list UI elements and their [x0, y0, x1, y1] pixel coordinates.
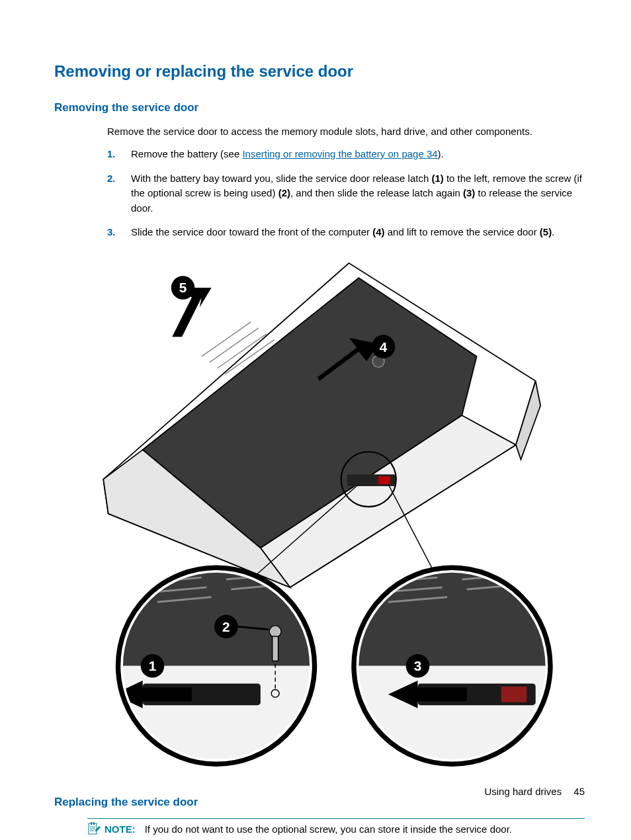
- svg-text:4: 4: [380, 339, 388, 354]
- note-text: If you do not want to use the optional s…: [145, 823, 512, 835]
- svg-text:2: 2: [222, 618, 230, 634]
- step-text: Remove the battery (see: [131, 148, 242, 159]
- svg-point-34: [269, 625, 281, 637]
- svg-text:3: 3: [414, 658, 422, 673]
- svg-text:1: 1: [149, 658, 157, 673]
- note-label: NOTE:: [105, 823, 136, 835]
- svg-rect-53: [501, 686, 527, 702]
- section-removing-title: Removing the service door: [54, 99, 585, 116]
- page-footer: Using hard drives 45: [484, 784, 585, 800]
- page-title: Removing or replacing the service door: [54, 60, 585, 83]
- svg-text:5: 5: [179, 280, 187, 295]
- svg-rect-11: [378, 476, 390, 484]
- note-block: NOTE:If you do not want to use the optio…: [87, 818, 585, 840]
- step-number: 3.: [107, 225, 116, 240]
- svg-line-5: [202, 321, 251, 356]
- note-icon: [87, 821, 105, 840]
- list-item: 1. Remove the battery (see Inserting or …: [107, 147, 585, 162]
- section1-intro: Remove the service door to access the me…: [107, 124, 585, 140]
- list-item: 2. With the battery bay toward you, slid…: [107, 171, 585, 216]
- footer-section: Using hard drives: [484, 786, 562, 797]
- step-number: 2.: [107, 171, 116, 187]
- svg-rect-33: [138, 687, 192, 701]
- step-number: 1.: [107, 147, 116, 162]
- svg-rect-59: [91, 822, 92, 825]
- svg-rect-55: [413, 687, 467, 701]
- svg-marker-64: [95, 826, 101, 831]
- list-item: 3. Slide the service door toward the fro…: [107, 225, 585, 240]
- page-number: 45: [573, 786, 585, 797]
- svg-rect-35: [273, 636, 278, 661]
- service-door-illustration: 5 4: [54, 253, 585, 774]
- svg-rect-60: [93, 822, 95, 825]
- link-battery[interactable]: Inserting or removing the battery on pag…: [242, 148, 437, 159]
- section1-steps: 1. Remove the battery (see Inserting or …: [107, 147, 585, 240]
